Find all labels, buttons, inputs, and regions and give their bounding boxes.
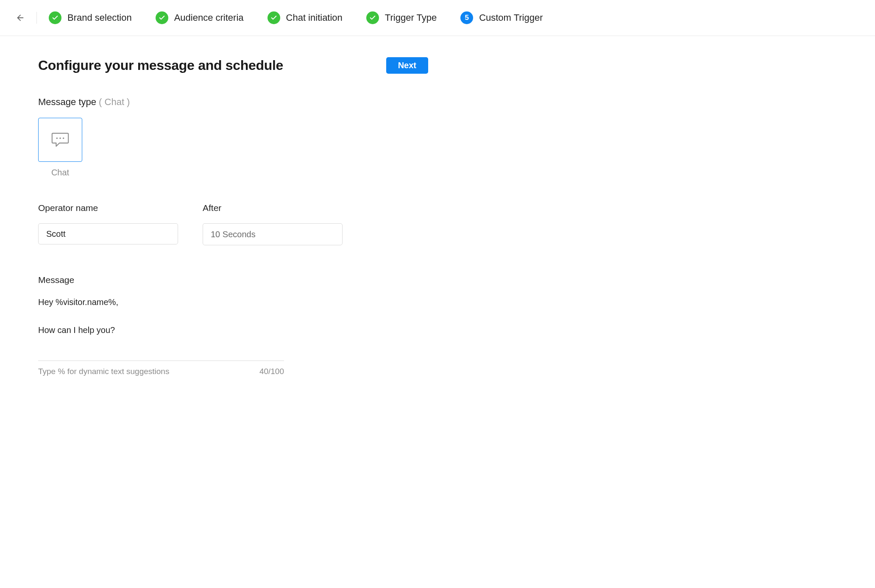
svg-point-3 [63,137,64,139]
message-char-counter: 40/100 [259,367,284,376]
message-label: Message [38,275,284,285]
after-label: After [203,203,343,213]
message-type-card-chat[interactable] [38,118,82,162]
step-brand-selection[interactable]: Brand selection [49,11,132,24]
step-label: Trigger Type [385,12,437,23]
message-type-heading: Message type ( Chat ) [38,97,428,108]
operator-name-input[interactable] [38,223,178,244]
check-icon [49,11,61,24]
step-custom-trigger[interactable]: 5 Custom Trigger [460,11,543,24]
step-audience-criteria[interactable]: Audience criteria [156,11,244,24]
page-title: Configure your message and schedule [38,58,283,73]
step-label: Custom Trigger [479,12,543,23]
divider [36,12,37,24]
back-button[interactable] [13,10,28,25]
message-type-caption: Chat [38,168,82,178]
step-number-badge: 5 [460,11,473,24]
arrow-left-icon [16,13,25,22]
message-textarea[interactable]: Hey %visitor.name%, How can I help you? [38,295,284,346]
after-value: 10 Seconds [211,230,256,239]
next-button[interactable]: Next [386,57,428,74]
message-type-label: Message type [38,97,96,107]
message-hint: Type % for dynamic text suggestions [38,367,169,376]
step-label: Brand selection [67,12,132,23]
message-type-selected: ( Chat ) [99,97,130,107]
operator-name-label: Operator name [38,203,178,213]
step-label: Chat initiation [286,12,343,23]
step-chat-initiation[interactable]: Chat initiation [268,11,343,24]
step-trigger-type[interactable]: Trigger Type [366,11,437,24]
divider [38,361,284,361]
chat-bubble-icon [50,130,70,150]
after-select[interactable]: 10 Seconds [203,223,343,245]
check-icon [268,11,280,24]
step-progress-bar: Brand selection Audience criteria Chat i… [0,0,875,36]
svg-point-1 [56,137,58,139]
step-label: Audience criteria [174,12,244,23]
svg-point-2 [59,137,61,139]
check-icon [156,11,168,24]
main-content: Configure your message and schedule Next… [0,36,466,397]
check-icon [366,11,379,24]
